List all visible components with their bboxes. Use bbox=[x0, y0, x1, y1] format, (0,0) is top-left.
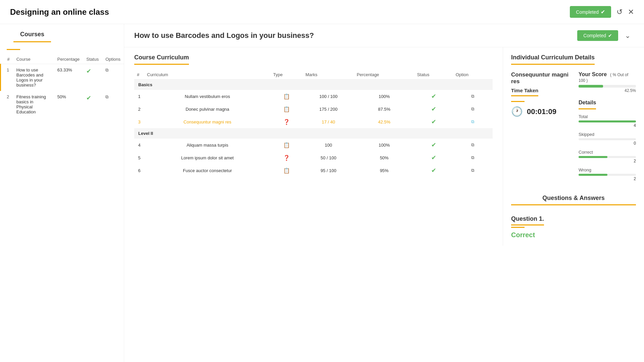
item-option[interactable]: ⧉ bbox=[453, 103, 493, 115]
page-title: Designing an online class bbox=[10, 7, 109, 17]
course-completed-button[interactable]: Completed ✔ bbox=[577, 30, 618, 41]
right-top-right: Your Score ( % Out of 100 ) 42.5% Detail… bbox=[579, 71, 636, 188]
main-layout: Courses # Course Percentage Status Optio… bbox=[0, 24, 644, 362]
launch-icon[interactable]: ⧉ bbox=[471, 142, 474, 147]
details-section: Details Total 4 Skipped 0 Correct 2 Wron… bbox=[579, 100, 636, 181]
chevron-down-button[interactable]: ⌄ bbox=[622, 32, 634, 40]
item-marks: 100 bbox=[303, 139, 354, 151]
course-options[interactable]: ⧉ bbox=[102, 91, 124, 118]
detail-row: Total 4 bbox=[579, 114, 636, 128]
completed-label: Completed bbox=[576, 9, 599, 15]
detail-count: 0 bbox=[579, 141, 636, 146]
curriculum-panel: Course Curriculum # Curriculum Type Mark… bbox=[124, 47, 503, 246]
item-type: 📋 bbox=[270, 139, 303, 151]
detail-row: Wrong 2 bbox=[579, 167, 636, 181]
item-marks: 95 / 100 bbox=[303, 164, 354, 177]
item-name: Nullam vestibulum eros bbox=[144, 90, 270, 103]
th-num: # bbox=[134, 70, 144, 80]
launch-icon[interactable]: ⧉ bbox=[471, 106, 474, 111]
curriculum-row[interactable]: 3 Consequuntur magni res ❓ 17 / 40 42.5%… bbox=[134, 115, 493, 128]
item-option[interactable]: ⧉ bbox=[453, 115, 493, 128]
item-status: ✔ bbox=[414, 103, 453, 115]
refresh-button[interactable]: ↺ bbox=[616, 8, 623, 16]
right-panel-top: Consequuntur magni res Time Taken 🕐 00:0… bbox=[511, 71, 636, 188]
qa-title-wrap: Questions & Answers bbox=[511, 195, 636, 212]
item-option[interactable]: ⧉ bbox=[453, 164, 493, 177]
curriculum-row[interactable]: 2 Donec pulvinar magna 📋 175 / 200 87.5%… bbox=[134, 103, 493, 115]
col-course: Course bbox=[13, 55, 54, 64]
item-marks: 17 / 40 bbox=[303, 115, 354, 128]
two-col-layout: Course Curriculum # Curriculum Type Mark… bbox=[124, 47, 644, 246]
curriculum-name: Consequuntur magni res bbox=[511, 71, 568, 85]
detail-bar-wrap bbox=[579, 138, 636, 140]
col-percentage: Percentage bbox=[54, 55, 83, 64]
group-name: Basics bbox=[134, 80, 493, 90]
th-status: Status bbox=[414, 70, 453, 80]
item-name: Consequuntur magni res bbox=[144, 115, 270, 128]
course-status: ✔ bbox=[83, 91, 102, 118]
time-taken-label: Time Taken bbox=[511, 88, 538, 96]
item-num: 3 bbox=[134, 115, 144, 128]
item-status: ✔ bbox=[414, 164, 453, 177]
th-type: Type bbox=[270, 70, 303, 80]
item-percentage: 42.5% bbox=[354, 115, 414, 128]
detail-row: Correct 2 bbox=[579, 150, 636, 163]
course-row[interactable]: 2 Fitness training basics in Physical Ed… bbox=[1, 91, 124, 118]
course-percentage: 50% bbox=[54, 91, 83, 118]
score-section: Your Score ( % Out of 100 ) 42.5% bbox=[579, 71, 636, 93]
launch-active-icon[interactable]: ⧉ bbox=[471, 119, 474, 124]
item-marks: 175 / 200 bbox=[303, 103, 354, 115]
item-option[interactable]: ⧉ bbox=[453, 151, 493, 164]
launch-icon[interactable]: ⧉ bbox=[471, 94, 474, 99]
time-taken-section: Time Taken 🕐 00:01:09 bbox=[511, 88, 568, 117]
item-marks: 50 / 100 bbox=[303, 151, 354, 164]
course-percentage: 63.33% bbox=[54, 64, 83, 91]
course-options[interactable]: ⧉ bbox=[102, 64, 124, 91]
curriculum-group-header: Basics bbox=[134, 80, 493, 90]
item-marks: 100 / 100 bbox=[303, 90, 354, 103]
score-pct: 42.5% bbox=[579, 88, 636, 93]
detail-bar-wrap bbox=[579, 174, 636, 176]
course-completed-label: Completed bbox=[583, 33, 606, 38]
quiz-icon: ❓ bbox=[283, 155, 290, 161]
item-num: 5 bbox=[134, 151, 144, 164]
launch-icon[interactable]: ⧉ bbox=[471, 168, 474, 173]
item-type: 📋 bbox=[270, 164, 303, 177]
right-top-left: Consequuntur magni res Time Taken 🕐 00:0… bbox=[511, 71, 568, 188]
course-detail-title: How to use Barcodes and Logos in your bu… bbox=[134, 31, 314, 40]
col-options: Options bbox=[102, 55, 124, 64]
check-icon: ✔ bbox=[601, 9, 605, 15]
header: Designing an online class Completed ✔ ↺ … bbox=[0, 0, 644, 24]
quiz-icon: ❓ bbox=[283, 119, 290, 125]
doc-icon: 📋 bbox=[283, 142, 290, 148]
detail-bar bbox=[579, 120, 636, 122]
course-row[interactable]: 1 How to use Barcodes and Logos in your … bbox=[1, 64, 124, 91]
score-bar bbox=[579, 85, 603, 88]
th-percentage: Percentage bbox=[354, 70, 414, 80]
curriculum-table: # Curriculum Type Marks Percentage Statu… bbox=[134, 70, 493, 177]
launch-icon[interactable]: ⧉ bbox=[471, 155, 474, 160]
item-num: 6 bbox=[134, 164, 144, 177]
item-name: Lorem ipsum dolor sit amet bbox=[144, 151, 270, 164]
close-button[interactable]: ✕ bbox=[628, 8, 634, 16]
individual-panel: Individual Curriculum Details Consequunt… bbox=[503, 47, 644, 246]
item-num: 2 bbox=[134, 103, 144, 115]
detail-bar-wrap bbox=[579, 156, 636, 158]
curriculum-row[interactable]: 5 Lorem ipsum dolor sit amet ❓ 50 / 100 … bbox=[134, 151, 493, 164]
completed-button[interactable]: Completed ✔ bbox=[570, 6, 611, 18]
item-status: ✔ bbox=[414, 151, 453, 164]
detail-row: Skipped 0 bbox=[579, 132, 636, 146]
individual-title: Individual Curriculum Details bbox=[511, 54, 595, 65]
curriculum-row[interactable]: 6 Fusce auctor consectetur 📋 95 / 100 95… bbox=[134, 164, 493, 177]
item-option[interactable]: ⧉ bbox=[453, 139, 493, 151]
score-bar-wrap bbox=[579, 85, 636, 88]
doc-icon: 📋 bbox=[283, 94, 290, 99]
detail-label: Total bbox=[579, 114, 636, 119]
item-type: ❓ bbox=[270, 151, 303, 164]
item-option[interactable]: ⧉ bbox=[453, 90, 493, 103]
curriculum-scroll[interactable]: # Curriculum Type Marks Percentage Statu… bbox=[134, 70, 493, 177]
curriculum-row[interactable]: 1 Nullam vestibulum eros 📋 100 / 100 100… bbox=[134, 90, 493, 103]
curriculum-row[interactable]: 4 Aliquam massa turpis 📋 100 100% ✔ ⧉ bbox=[134, 139, 493, 151]
details-title: Details bbox=[579, 100, 596, 109]
detail-label: Skipped bbox=[579, 132, 636, 137]
